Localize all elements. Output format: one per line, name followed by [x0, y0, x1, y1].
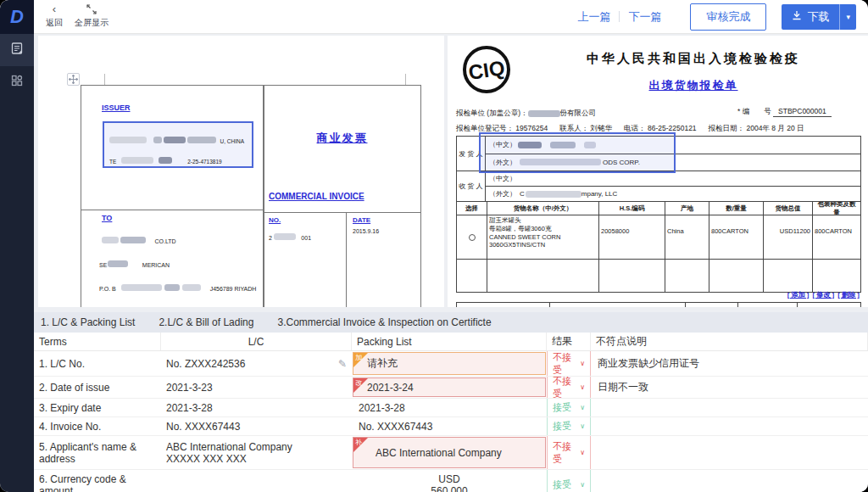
- flag-badge-char: 补: [355, 438, 362, 447]
- document-icon: [10, 42, 24, 59]
- lc-cell: [161, 470, 352, 492]
- move-handle[interactable]: [67, 73, 80, 86]
- invoice-title-cn: 商业发票: [263, 131, 421, 146]
- issuer-highlight-box: U, CHINA TE 2-25-4713819: [103, 121, 253, 168]
- tab-lc-packing-list[interactable]: 1. L/C & Packing List: [41, 316, 135, 328]
- note-cell: [591, 399, 868, 417]
- invoice-left-divider: [81, 210, 264, 210]
- table-row: 5. Applicant's name &addressABC Internat…: [34, 436, 868, 470]
- download-dropdown-button[interactable]: ▾: [839, 4, 856, 30]
- issuer-label: ISSUER: [102, 103, 131, 112]
- invoice-date-label: DATE: [353, 216, 370, 224]
- term-cell: 2. Date of issue: [34, 377, 161, 398]
- download-button[interactable]: 下载: [782, 4, 839, 30]
- app-logo[interactable]: D: [0, 0, 34, 34]
- table-row: 1. L/C No.No. ZXXX242536✎加请补充不接受∨商业发票缺少信…: [34, 351, 868, 377]
- edit-pencil-icon[interactable]: ✎: [338, 358, 347, 370]
- applicant-line: 报检单位 (加盖公章)：份有限公司: [456, 109, 596, 119]
- comparison-col-header: 不符点说明: [591, 333, 868, 350]
- result-cell: 不接受∨: [547, 351, 591, 376]
- left-sidebar: [0, 34, 34, 492]
- goods-packages-cell: 800CARTON: [813, 215, 860, 259]
- review-complete-button[interactable]: 审核完成: [690, 3, 766, 31]
- transport-row-cutoff: [456, 302, 861, 307]
- doc-action-link[interactable]: [ 删除 ]: [837, 290, 860, 299]
- result-select[interactable]: 接受∨: [547, 399, 591, 417]
- table-row: 6. Currency code & amountUSD560,000接受∨: [34, 470, 868, 492]
- select-chevron-icon: ∨: [580, 449, 585, 456]
- result-select[interactable]: 接受∨: [547, 417, 591, 435]
- nav-divider: [619, 11, 620, 22]
- result-select[interactable]: 不接受∨: [547, 351, 591, 376]
- lc-cell: ABC International CompanyXXXXX XXX XXX: [161, 436, 352, 469]
- goods-empty-cell: [457, 260, 487, 292]
- back-icon: ‹: [53, 4, 56, 16]
- flagged-value-box: 补ABC International Company: [353, 437, 546, 468]
- grid-apps-icon: [10, 74, 24, 91]
- goods-hs-cell: 20058000: [599, 215, 665, 259]
- consignee-en-text: mpany, LLC: [581, 190, 618, 198]
- sidebar-item-documents[interactable]: [0, 34, 34, 66]
- doc-action-link[interactable]: [ 添加 ]: [787, 290, 810, 299]
- invoice-preview-panel[interactable]: ISSUER U, CHINA TE 2-25-4713819 TO CO.LT…: [38, 36, 444, 307]
- invoice-vertical-divider: [263, 85, 264, 307]
- issuer-line2: TE 2-25-4713819: [109, 152, 222, 167]
- flag-badge-char: 加: [355, 353, 362, 362]
- lc-cell: 2021-3-28: [161, 399, 352, 417]
- result-value: 不接受: [553, 377, 580, 398]
- invoice-no-prefix: 2: [269, 235, 272, 241]
- top-toolbar: D ‹ 返回 全屏显示 上一篇 下一篇 审核完成 下载 ▾: [0, 0, 868, 34]
- fullscreen-button[interactable]: 全屏显示: [75, 4, 108, 29]
- crop-mark: [104, 74, 105, 85]
- invoice-no-value: 2 001: [269, 228, 311, 243]
- serial-line: * 编 号 STBPC000001: [737, 107, 832, 117]
- next-doc-link[interactable]: 下一篇: [628, 9, 661, 25]
- comparison-tabs: 1. L/C & Packing List 2.L/C & Bill of La…: [34, 312, 868, 333]
- app-window: D ‹ 返回 全屏显示 上一篇 下一篇 审核完成 下载 ▾: [0, 0, 868, 492]
- doc-action-link[interactable]: [ 修改 ]: [812, 290, 834, 299]
- result-cell: 不接受∨: [547, 436, 591, 469]
- tab-lc-bill-of-lading[interactable]: 2.L/C & Bill of Lading: [159, 316, 253, 328]
- table-row: 2. Date of issue2021-3-23改2021-3-24不接受∨日…: [34, 377, 868, 399]
- to-line3-prefix: P.O. B: [99, 286, 116, 292]
- prev-doc-link[interactable]: 上一篇: [577, 9, 610, 25]
- caret-down-icon: ▾: [846, 13, 850, 21]
- issuer-line1: U, CHINA: [109, 131, 244, 147]
- goods-empty-cell: [813, 260, 860, 292]
- radio-button[interactable]: [469, 234, 476, 241]
- form-field: 报检日期： 2004年 8 月 20 日: [709, 124, 804, 134]
- sidebar-item-apps[interactable]: [0, 66, 34, 98]
- invoice-no-label: NO.: [269, 216, 281, 224]
- select-chevron-icon: ∨: [580, 481, 585, 489]
- result-value: 接受: [553, 478, 571, 491]
- result-value: 不接受: [553, 351, 580, 376]
- invoice-outer-frame: [81, 85, 421, 307]
- inspection-preview-panel[interactable]: CIQ 中华人民共和国出入境检验检疫 出境货物报检单 报检单位 (加盖公章)：份…: [448, 36, 868, 307]
- goods-header-row: 选择货物名称（中/外文）H.S.编码产地数/重量货物总值包装种类及数量: [457, 202, 860, 215]
- back-button[interactable]: ‹ 返回: [46, 4, 63, 29]
- comparison-col-header: 结果: [547, 333, 591, 350]
- result-select[interactable]: 不接受∨: [547, 436, 591, 469]
- to-label: TO: [102, 214, 112, 222]
- result-select[interactable]: 不接受∨: [547, 377, 591, 398]
- goods-value-cell: USD11200: [764, 215, 813, 259]
- issuer-phone: 2-25-4713819: [187, 159, 221, 165]
- lc-cell: No. ZXXX242536✎: [161, 351, 352, 376]
- serial-label: * 编 号: [737, 107, 771, 115]
- invoice-date-value: 2015.9.16: [353, 228, 379, 234]
- back-label: 返回: [46, 17, 63, 29]
- result-select[interactable]: 接受∨: [547, 470, 591, 492]
- term-cell: 4. Invoice No.: [34, 417, 161, 435]
- issuer-line1-text: U, CHINA: [220, 138, 244, 144]
- toolbar-actions: 上一篇 下一篇 审核完成 下载 ▾: [577, 3, 868, 31]
- goods-col-header: 包装种类及数量: [813, 202, 860, 215]
- goods-empty-cell: [665, 260, 709, 292]
- select-chevron-icon: ∨: [580, 422, 585, 430]
- lc-cell: No. XXXX67443: [161, 417, 352, 435]
- applicant-suffix: 份有限公司: [560, 109, 597, 117]
- consignee-en-row: （外文）Cmpany, LLC: [486, 187, 860, 201]
- tab-invoice-inspection[interactable]: 3.Commercial Invoice & Inspection on Cer…: [277, 316, 491, 328]
- comparison-header-row: TermsL/CPacking List结果不符点说明: [34, 333, 868, 351]
- inspection-title: 中华人民共和国出入境检验检疫: [524, 51, 863, 67]
- term-cell: 3. Expiry date: [34, 399, 161, 417]
